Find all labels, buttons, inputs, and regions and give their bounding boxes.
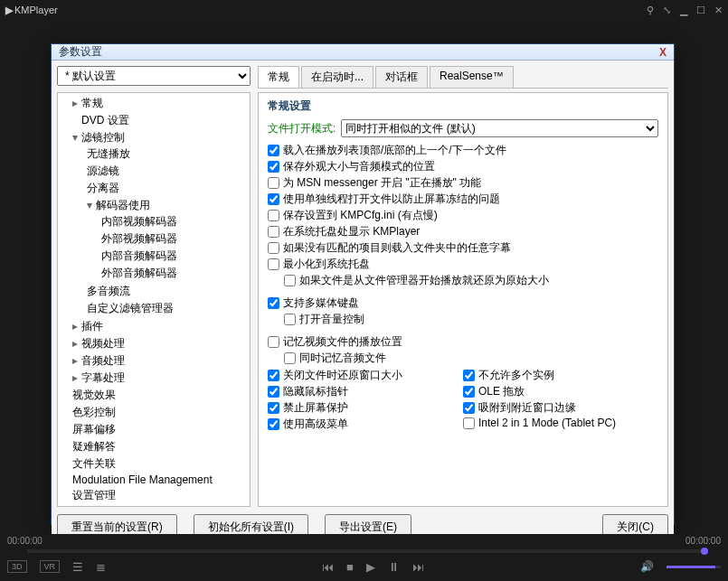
tree-item: Modulation File Management — [71, 473, 250, 487]
panel-title: 常规设置 — [268, 98, 658, 114]
open-mode-label: 文件打开模式: — [268, 121, 336, 136]
tree-item: 疑难解答 — [71, 438, 250, 455]
chk-min-to-tray[interactable] — [268, 258, 279, 270]
chk-thread-open[interactable] — [268, 193, 279, 205]
tab-dialog[interactable]: 对话框 — [375, 66, 428, 88]
tree-item: 无缝播放 — [85, 145, 248, 163]
tab-realsense[interactable]: RealSense™ — [430, 66, 514, 88]
preferences-dialog: 参数设置 X * 默认设置 常规 在启动时... 对话框 RealSense™ … — [51, 43, 675, 525]
tree-item: 设置管理 — [71, 487, 250, 504]
prev-icon[interactable]: ⏮ — [322, 560, 334, 574]
tab-general[interactable]: 常规 — [258, 66, 299, 88]
tree-item: 内部视频解码器 — [99, 213, 246, 230]
control-panel-icon[interactable]: ≣ — [96, 560, 106, 574]
tree-item: 文件关联 — [71, 455, 250, 473]
playlist-icon[interactable]: ☰ — [72, 560, 83, 574]
chk-tray-show[interactable] — [268, 226, 279, 238]
next-icon[interactable]: ⏭ — [412, 560, 424, 574]
maximize-icon[interactable]: ☐ — [696, 5, 705, 16]
volume-slider[interactable] — [667, 566, 721, 568]
chk-adv-menu[interactable] — [268, 418, 279, 430]
tree-item: 屏幕偏移 — [71, 421, 250, 438]
tree-item: 外部视频解码器 — [99, 230, 246, 248]
app-title: KMPlayer — [14, 5, 58, 15]
pause-icon[interactable]: ⏸ — [388, 560, 400, 574]
tree-item: ▸音频处理 — [71, 352, 250, 370]
chk-restore-close[interactable] — [268, 370, 279, 381]
chk-no-screensaver[interactable] — [268, 402, 279, 414]
chk-remember-pos[interactable] — [268, 336, 279, 348]
tree-item: ▸视频处理 — [71, 335, 250, 352]
tabs: 常规 在启动时... 对话框 RealSense™ — [258, 66, 668, 89]
volume-icon[interactable]: 🔊 — [640, 560, 654, 573]
tree-item: ▸字幕处理 — [71, 370, 250, 387]
tree-item: 视觉效果 — [71, 387, 250, 404]
player-bottom: 00:00:00 00:00:00 3D VR ☰ ≣ ⏮ ■ ▶ ⏸ ⏭ 🔊 — [0, 534, 728, 581]
tree-item: ▸常规 — [71, 95, 250, 112]
minimize-icon[interactable]: ▁ — [680, 5, 687, 16]
tree-item: 源滤镜 — [85, 163, 248, 180]
tab-startup[interactable]: 在启动时... — [301, 66, 373, 88]
button-vr[interactable]: VR — [40, 560, 61, 573]
tree-item: ▾解码器使用 内部视频解码器 外部视频解码器 内部音频解码器 外部音频解码器 — [85, 197, 248, 283]
compact-icon[interactable]: ⤡ — [663, 5, 671, 16]
chk-msn[interactable] — [268, 177, 279, 189]
tree-item: 内部音频解码器 — [99, 248, 246, 265]
time-elapsed: 00:00:00 — [7, 536, 43, 546]
chk-load-prev-next[interactable] — [268, 145, 279, 156]
tree-item: 自定义滤镜管理器 — [85, 300, 248, 317]
tree-item: DVD 设置 — [71, 112, 250, 129]
chk-snap-edge[interactable] — [463, 402, 475, 414]
category-tree[interactable]: ▸常规 DVD 设置 ▾滤镜控制 无缝播放 源滤镜 分离器 ▾解码器使用 内部视… — [57, 92, 251, 507]
button-3d[interactable]: 3D — [7, 560, 27, 573]
chk-restore-original[interactable] — [284, 275, 296, 286]
tree-item: ▸插件 — [71, 318, 250, 335]
tree-item: 分离器 — [85, 180, 248, 197]
chk-remember-audio[interactable] — [284, 352, 296, 364]
dialog-titlebar[interactable]: 参数设置 X — [52, 44, 674, 61]
chk-single-instance[interactable] — [463, 370, 475, 381]
chk-ole-drop[interactable] — [463, 386, 475, 398]
seekbar[interactable] — [27, 549, 701, 553]
preset-select[interactable]: * 默认设置 — [57, 66, 251, 86]
chk-save-skin-size[interactable] — [268, 161, 279, 173]
tree-item: 外部音频解码器 — [99, 265, 246, 282]
pin-icon[interactable]: ⚲ — [647, 5, 654, 16]
chk-hide-cursor[interactable] — [268, 386, 279, 398]
chk-intel-tablet[interactable] — [463, 417, 475, 429]
tree-item: 多音频流 — [85, 283, 248, 300]
time-total: 00:00:00 — [685, 536, 721, 546]
chk-multimedia-kb[interactable] — [268, 297, 279, 309]
player-titlebar: ▶ KMPlayer ⚲ ⤡ ▁ ☐ ✕ — [0, 0, 728, 20]
stop-icon[interactable]: ■ — [346, 560, 354, 574]
play-icon[interactable]: ▶ — [366, 560, 375, 574]
chk-any-subtitle[interactable] — [268, 242, 279, 254]
chk-open-volume[interactable] — [284, 314, 296, 325]
app-logo: ▶ — [5, 5, 13, 16]
chk-save-ini[interactable] — [268, 210, 279, 221]
close-icon[interactable]: ✕ — [714, 5, 723, 16]
dialog-title: 参数设置 — [59, 44, 102, 60]
dialog-close-icon[interactable]: X — [659, 46, 667, 59]
open-mode-select[interactable]: 同时打开相似的文件 (默认) — [341, 119, 658, 137]
tree-item: ▾滤镜控制 无缝播放 源滤镜 分离器 ▾解码器使用 内部视频解码器 外部视频解码… — [71, 129, 250, 318]
settings-panel: 常规设置 文件打开模式: 同时打开相似的文件 (默认) 载入在播放列表顶部/底部… — [258, 92, 668, 507]
tree-item: 色彩控制 — [71, 404, 250, 421]
